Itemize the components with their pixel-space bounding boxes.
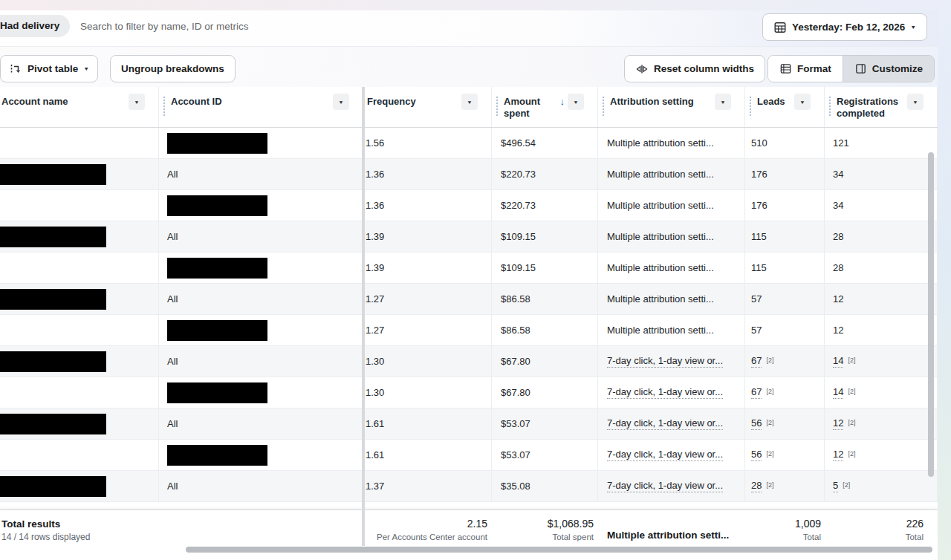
reset-column-widths-label: Reset column widths [654, 63, 754, 74]
cell-leads: 57 [745, 284, 825, 314]
account-id-value: All [167, 356, 178, 367]
cell-registrations: 12[2] [825, 440, 938, 470]
registrations-value: 28 [833, 262, 843, 273]
leads-footnote-badge[interactable]: [2] [766, 450, 773, 458]
table-row[interactable]: 1.61$53.077-day click, 1-day view or...5… [0, 440, 938, 471]
account-id-value: All [167, 418, 178, 429]
attribution-total-value: Multiple attribution setti... [607, 528, 729, 542]
cell-name [0, 346, 159, 377]
cell-attribution: Multiple attribution setti... [598, 159, 745, 189]
column-menu-button[interactable]: ▼ [715, 94, 731, 110]
leads-value: 57 [751, 325, 762, 336]
cell-spent: $86.58 [492, 284, 598, 314]
redacted-account-name [0, 227, 106, 247]
column-header-attribution[interactable]: Attribution setting▼ [598, 87, 745, 127]
cell-attribution: 7-day click, 1-day view or... [598, 346, 745, 377]
attribution-setting-value: Multiple attribution setti... [607, 325, 714, 336]
column-header-registrations[interactable]: Registrations completed▼ [825, 87, 938, 127]
ungroup-breakdowns-button[interactable]: Ungroup breakdowns [110, 55, 236, 82]
registrations-footnote-badge[interactable]: [2] [848, 419, 855, 426]
rows-displayed-count: 14 / 14 rows displayed [1, 531, 363, 543]
spent-value: $86.58 [501, 325, 530, 336]
leads-footnote-badge[interactable]: [2] [766, 481, 773, 489]
cell-attribution: 7-day click, 1-day view or... [598, 471, 745, 501]
cell-id [159, 253, 363, 283]
table-row[interactable]: 1.56$496.54Multiple attribution setti...… [0, 128, 938, 159]
leads-footnote-badge[interactable]: [2] [766, 356, 773, 364]
column-header-spent[interactable]: Amount spent↓▼ [492, 87, 598, 127]
attribution-setting-value: Multiple attribution setti... [607, 293, 714, 305]
column-header-frequency[interactable]: Frequency▼ [363, 87, 492, 127]
column-header-leads[interactable]: Leads▼ [745, 87, 825, 127]
spent-value: $53.07 [501, 418, 530, 429]
frequency-value: 1.27 [366, 293, 384, 305]
table-row[interactable]: All1.36$220.73Multiple attribution setti… [0, 159, 938, 190]
redacted-account-name [0, 476, 106, 497]
registrations-value: 14 [833, 386, 843, 399]
frozen-column-divider[interactable] [362, 87, 365, 546]
registrations-footnote-badge[interactable]: [2] [848, 388, 855, 395]
column-drag-handle-icon[interactable] [603, 97, 604, 116]
format-button[interactable]: Format [768, 56, 843, 82]
table-row[interactable]: All1.39$109.15Multiple attribution setti… [0, 221, 938, 253]
ungroup-breakdowns-label: Ungroup breakdowns [121, 63, 224, 74]
table-row[interactable]: All1.27$86.58Multiple attribution setti.… [0, 284, 938, 315]
search-input[interactable]: Search to filter by name, ID or metrics [80, 21, 249, 32]
registrations-footnote-badge[interactable]: [2] [843, 481, 850, 489]
leads-footnote-badge[interactable]: [2] [766, 388, 773, 395]
column-drag-handle-icon[interactable] [829, 97, 831, 116]
leads-value: 176 [751, 200, 767, 211]
cell-leads: 115 [745, 253, 825, 283]
customize-label: Customize [872, 63, 923, 74]
table-row[interactable]: 1.27$86.58Multiple attribution setti...5… [0, 315, 938, 346]
reset-column-widths-button[interactable]: Reset column widths [624, 55, 765, 82]
cell-leads: 67[2] [745, 377, 825, 408]
date-range-button[interactable]: Yesterday: Feb 12, 2026 ▼ [762, 13, 927, 41]
column-header-id[interactable]: Account ID▼ [159, 87, 363, 127]
column-drag-handle-icon[interactable] [496, 97, 498, 116]
table-row[interactable]: All1.30$67.807-day click, 1-day view or.… [0, 346, 938, 377]
cell-name [0, 377, 159, 408]
redacted-account-id [167, 195, 267, 216]
attribution-setting-value: 7-day click, 1-day view or... [607, 417, 723, 430]
cell-frequency: 1.36 [363, 159, 492, 189]
table-row[interactable]: 1.39$109.15Multiple attribution setti...… [0, 253, 938, 284]
table-row[interactable]: 1.36$220.73Multiple attribution setti...… [0, 190, 938, 221]
leads-footnote-badge[interactable]: [2] [766, 419, 773, 426]
registrations-footnote-badge[interactable]: [2] [848, 450, 855, 458]
table-row[interactable]: All1.37$35.087-day click, 1-day view or.… [0, 471, 938, 502]
cell-registrations: 12 [825, 284, 938, 314]
column-menu-button[interactable]: ▼ [129, 94, 145, 110]
column-menu-button[interactable]: ▼ [461, 94, 478, 110]
horizontal-scrollbar-thumb[interactable] [186, 547, 932, 553]
chevron-down-icon: ▼ [720, 99, 725, 105]
redacted-account-name [0, 164, 106, 185]
column-menu-button[interactable]: ▼ [794, 94, 811, 110]
column-drag-handle-icon[interactable] [163, 97, 165, 116]
column-header-name[interactable]: Account name▼ [0, 87, 159, 127]
leads-value: 57 [751, 293, 762, 305]
customize-button[interactable]: Customize [843, 56, 934, 82]
cell-name [0, 471, 159, 501]
table-row[interactable]: 1.30$67.807-day click, 1-day view or...6… [0, 377, 938, 408]
cell-leads: 510 [745, 128, 825, 158]
cell-registrations: 14[2] [825, 346, 938, 377]
column-drag-handle-icon[interactable] [750, 97, 751, 116]
total-results-title: Total results [1, 517, 363, 531]
registrations-value: 28 [833, 231, 843, 242]
column-menu-button[interactable]: ▼ [568, 94, 584, 110]
vertical-scrollbar-thumb[interactable] [928, 152, 934, 477]
sort-descending-icon[interactable]: ↓ [560, 96, 565, 108]
cell-leads: 28[2] [745, 471, 825, 501]
chevron-down-icon: ▼ [83, 66, 89, 72]
pivot-table-dropdown[interactable]: Pivot table ▼ [0, 55, 98, 82]
registrations-footnote-badge[interactable]: [2] [848, 356, 855, 364]
cell-frequency: 1.56 [363, 128, 492, 158]
had-delivery-filter-chip[interactable]: Had delivery [0, 15, 70, 37]
registrations-value: 34 [833, 169, 843, 180]
column-menu-button[interactable]: ▼ [333, 94, 349, 110]
attribution-setting-value: 7-day click, 1-day view or... [607, 449, 723, 461]
table-row[interactable]: All1.61$53.077-day click, 1-day view or.… [0, 408, 938, 440]
report-toolbar: Pivot table ▼ Ungroup breakdowns Reset c… [0, 47, 951, 87]
column-menu-button[interactable]: ▼ [907, 94, 924, 110]
